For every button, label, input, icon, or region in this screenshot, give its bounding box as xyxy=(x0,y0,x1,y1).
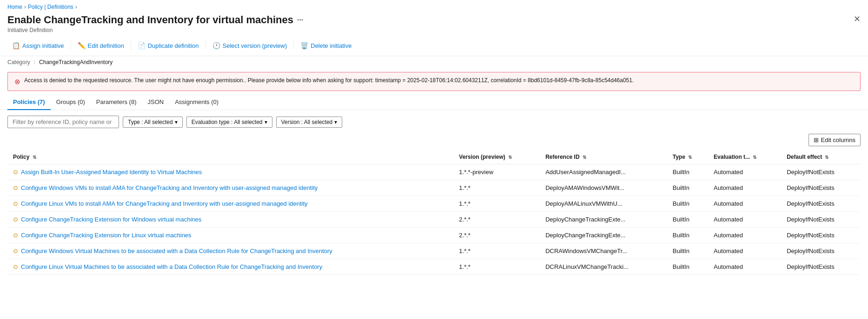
policy-link-2[interactable]: Configure Linux VMs to install AMA for C… xyxy=(21,200,308,207)
category-sep: : xyxy=(34,59,35,65)
policy-cell-5: ⊙ Configure Windows Virtual Machines to … xyxy=(7,243,453,259)
effect-cell-0: DeployIfNotExists xyxy=(781,164,861,180)
more-options-icon[interactable]: ··· xyxy=(297,16,303,24)
refid-cell-2: DeployAMALinuxVMWithU... xyxy=(540,196,667,212)
alert-icon: ⊗ xyxy=(14,78,20,86)
policy-link-5[interactable]: Configure Windows Virtual Machines to be… xyxy=(21,247,332,254)
type-cell-6: BuiltIn xyxy=(667,259,708,275)
assign-initiative-button[interactable]: 📋 Assign initiative xyxy=(7,39,69,52)
policy-cell-0: ⊙ Assign Built-In User-Assigned Managed … xyxy=(7,164,453,180)
table-row: ⊙ Configure Windows VMs to install AMA f… xyxy=(7,180,861,196)
version-filter-chip[interactable]: Version : All selected ▾ xyxy=(276,117,343,128)
version-cell-3: 2.*.* xyxy=(453,212,540,228)
refid-sort-icon[interactable]: ⇅ xyxy=(583,155,586,160)
type-cell-0: BuiltIn xyxy=(667,164,708,180)
page-subtitle: Initiative Definition xyxy=(7,27,861,33)
policy-cell-1: ⊙ Configure Windows VMs to install AMA f… xyxy=(7,180,453,196)
effect-sort-icon[interactable]: ⇅ xyxy=(825,155,828,160)
col-policy: Policy ⇅ xyxy=(7,150,453,164)
eval-cell-6: Automated xyxy=(708,259,781,275)
policy-cell-6: ⊙ Configure Linux Virtual Machines to be… xyxy=(7,259,453,275)
col-default-effect: Default effect ⇅ xyxy=(781,150,861,164)
eval-cell-5: Automated xyxy=(708,243,781,259)
version-filter-chevron: ▾ xyxy=(334,119,337,125)
delete-initiative-button[interactable]: 🗑️ Delete initiative xyxy=(296,39,356,52)
eval-filter-label: Evaluation type : All selected xyxy=(192,119,263,125)
policy-row-icon-2: ⊙ xyxy=(13,200,18,207)
version-cell-5: 1.*.* xyxy=(453,243,540,259)
policy-link-6[interactable]: Configure Linux Virtual Machines to be a… xyxy=(21,263,322,270)
toolbar-separator-2 xyxy=(131,41,131,50)
table-actions: ⊞ Edit columns xyxy=(0,132,868,150)
eval-sort-icon[interactable]: ⇅ xyxy=(753,155,756,160)
policy-row-icon-0: ⊙ xyxy=(13,169,18,176)
toolbar: 📋 Assign initiative ✏️ Edit definition 📄… xyxy=(0,37,868,56)
policy-row-icon-5: ⊙ xyxy=(13,247,18,254)
type-filter-label: Type : All selected xyxy=(128,119,173,125)
select-version-button[interactable]: 🕐 Select version (preview) xyxy=(208,39,292,52)
breadcrumb-home[interactable]: Home xyxy=(7,4,22,10)
col-reference-id: Reference ID ⇅ xyxy=(540,150,667,164)
tab-assignments[interactable]: Assignments (0) xyxy=(169,95,224,110)
breadcrumb-sep1: › xyxy=(24,4,26,10)
tab-policies[interactable]: Policies (7) xyxy=(7,95,51,110)
tab-groups[interactable]: Groups (0) xyxy=(51,95,91,110)
edit-columns-icon: ⊞ xyxy=(814,137,819,143)
version-filter-label: Version : All selected xyxy=(281,119,333,125)
table-row: ⊙ Configure ChangeTracking Extension for… xyxy=(7,228,861,243)
breadcrumb-policy-definitions[interactable]: Policy | Definitions xyxy=(28,4,73,10)
toolbar-separator-4 xyxy=(293,41,294,50)
policy-row-icon-3: ⊙ xyxy=(13,216,18,223)
version-cell-0: 1.*.*-preview xyxy=(453,164,540,180)
eval-cell-1: Automated xyxy=(708,180,781,196)
policy-cell-4: ⊙ Configure ChangeTracking Extension for… xyxy=(7,228,453,243)
category-label: Category xyxy=(7,59,30,65)
tab-json[interactable]: JSON xyxy=(142,95,169,110)
refid-cell-1: DeployAMAWindowsVMWit... xyxy=(540,180,667,196)
type-cell-2: BuiltIn xyxy=(667,196,708,212)
type-filter-chip[interactable]: Type : All selected ▾ xyxy=(123,117,183,128)
page-title-text: Enable ChangeTracking and Inventory for … xyxy=(7,14,293,26)
table-row: ⊙ Configure Linux Virtual Machines to be… xyxy=(7,259,861,275)
col-version: Version (preview) ⇅ xyxy=(453,150,540,164)
version-cell-2: 1.*.* xyxy=(453,196,540,212)
effect-cell-1: DeployIfNotExists xyxy=(781,180,861,196)
alert-banner: ⊗ Access is denied to the requested reso… xyxy=(7,72,861,91)
duplicate-definition-button[interactable]: 📄 Duplicate definition xyxy=(133,39,204,52)
table-header: Policy ⇅ Version (preview) ⇅ Reference I… xyxy=(7,150,861,164)
effect-cell-6: DeployIfNotExists xyxy=(781,259,861,275)
table-row: ⊙ Configure Linux VMs to install AMA for… xyxy=(7,196,861,212)
policy-row-icon-1: ⊙ xyxy=(13,184,18,191)
refid-cell-6: DCRALinuxVMChangeTracki... xyxy=(540,259,667,275)
type-sort-icon[interactable]: ⇅ xyxy=(688,155,692,160)
duplicate-icon: 📄 xyxy=(138,42,146,49)
policy-link-3[interactable]: Configure ChangeTracking Extension for W… xyxy=(21,216,201,223)
refid-cell-5: DCRAWindowsVMChangeTr... xyxy=(540,243,667,259)
breadcrumb-sep2: › xyxy=(75,4,77,10)
effect-cell-3: DeployIfNotExists xyxy=(781,212,861,228)
category-row: Category : ChangeTrackingAndInventory xyxy=(0,56,868,68)
col-type: Type ⇅ xyxy=(667,150,708,164)
refid-cell-4: DeployChangeTrackingExte... xyxy=(540,228,667,243)
type-cell-1: BuiltIn xyxy=(667,180,708,196)
eval-filter-chip[interactable]: Evaluation type : All selected ▾ xyxy=(186,117,272,128)
policy-link-1[interactable]: Configure Windows VMs to install AMA for… xyxy=(21,184,318,191)
version-cell-4: 2.*.* xyxy=(453,228,540,243)
refid-cell-3: DeployChangeTrackingExte... xyxy=(540,212,667,228)
table-row: ⊙ Assign Built-In User-Assigned Managed … xyxy=(7,164,861,180)
close-button[interactable]: ✕ xyxy=(854,14,861,24)
edit-icon: ✏️ xyxy=(78,42,86,49)
edit-columns-button[interactable]: ⊞ Edit columns xyxy=(808,134,861,146)
assign-initiative-label: Assign initiative xyxy=(22,42,64,49)
version-sort-icon[interactable]: ⇅ xyxy=(508,155,512,160)
policy-link-4[interactable]: Configure ChangeTracking Extension for L… xyxy=(21,232,192,239)
tab-parameters[interactable]: Parameters (8) xyxy=(91,95,142,110)
policy-row-icon-4: ⊙ xyxy=(13,232,18,239)
type-cell-3: BuiltIn xyxy=(667,212,708,228)
policy-link-0[interactable]: Assign Built-In User-Assigned Managed Id… xyxy=(21,169,202,176)
search-input[interactable] xyxy=(7,116,119,128)
edit-definition-button[interactable]: ✏️ Edit definition xyxy=(73,39,129,52)
page-header: Enable ChangeTracking and Inventory for … xyxy=(0,12,868,37)
policy-sort-icon[interactable]: ⇅ xyxy=(33,155,36,160)
select-version-label: Select version (preview) xyxy=(223,42,287,49)
